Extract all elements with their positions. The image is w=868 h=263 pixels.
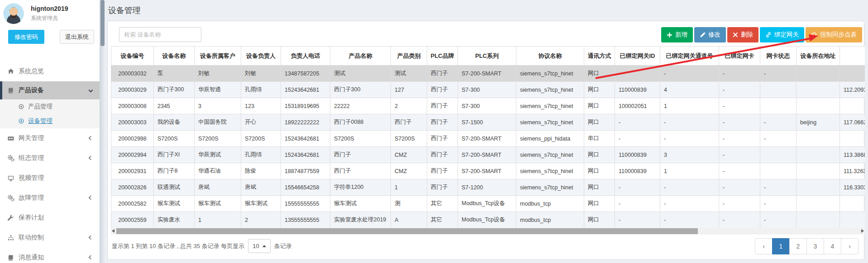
table-cell: S7200S <box>391 131 427 147</box>
delete-button[interactable]: 删除 <box>727 27 758 42</box>
force-sync-button[interactable]: 强制同步点表 <box>806 27 862 42</box>
sidebar-item-notification[interactable]: 消息通知 <box>0 248 100 263</box>
column-header: 产品名称 <box>330 47 391 66</box>
search-input[interactable] <box>119 27 201 42</box>
table-cell: - <box>719 131 760 147</box>
table-cell: 15243642681 <box>281 131 330 147</box>
sidebar-item-gateway[interactable]: 网关管理 <box>0 128 100 148</box>
sidebar-scrollbar[interactable] <box>100 0 105 263</box>
column-header: PLC系列 <box>458 47 516 66</box>
bind-gateway-button[interactable]: 绑定网关 <box>760 27 804 42</box>
table-row[interactable]: 200003029西门子300华辰智通孔雨绵15243642681西门子3001… <box>111 82 865 98</box>
sidebar-item-video[interactable]: 视频管理 <box>0 168 100 188</box>
chevron-down-icon <box>89 88 93 93</box>
table-cell: 唐斌 <box>195 179 241 196</box>
table-cell: siemens_s7tcp_hinet <box>516 98 584 114</box>
table-cell: CMZ <box>391 163 427 179</box>
wrench-icon <box>7 214 14 222</box>
table-row[interactable]: 200003032泵刘敏刘敏13487587205测试测试西门子S7-200-S… <box>111 66 865 82</box>
table-row[interactable]: 2000030082345312315318919695222222西门子S7-… <box>111 98 865 114</box>
table-row[interactable]: 200002582猴车测试猴车测试猴车测试15555555555猴车测试测其它M… <box>111 196 865 212</box>
sidebar-item-label: 组态管理 <box>19 154 44 162</box>
table-cell: 2 <box>391 98 427 114</box>
sidebar-item-configuration[interactable]: 组态管理 <box>0 148 100 168</box>
table-cell: 13487587205 <box>281 66 330 82</box>
prev-page-button[interactable]: ‹ <box>755 238 773 254</box>
table-cell: modbus_tcp <box>516 212 584 228</box>
column-header: 网卡状态 <box>760 47 796 66</box>
page-button-1[interactable]: 1 <box>772 238 790 254</box>
monitor-icon <box>7 174 14 182</box>
table-cell: 孔雨绵 <box>241 82 281 98</box>
page-button-2[interactable]: 2 <box>789 238 807 254</box>
change-password-button[interactable]: 修改密码 <box>8 30 44 44</box>
sidebar-item-linkage[interactable]: 联动控制 <box>0 228 100 248</box>
table-row[interactable]: 200002998S7200SS7200SS7200S15243642681S7… <box>111 131 865 147</box>
table-horizontal-scrollbar[interactable] <box>111 228 865 235</box>
add-button[interactable]: 新增 <box>661 27 693 42</box>
column-header: 设备所属客户 <box>195 47 241 66</box>
table-cell: - <box>615 114 660 131</box>
table-cell: 15318919695 <box>281 98 330 114</box>
gateway-icon <box>7 135 14 142</box>
scroll-right-arrow-icon[interactable] <box>861 229 864 233</box>
table-cell: - <box>660 131 719 147</box>
edit-button[interactable]: 修改 <box>694 27 726 42</box>
device-table-wrap: 设备编号设备名称设备所属客户设备负责人负责人电话产品名称产品类别PLC品牌PLC… <box>111 46 865 228</box>
column-header: 协议名称 <box>516 47 584 66</box>
table-row[interactable]: 200002826联通测试唐斌唐斌15546654258字符串12001西门子S… <box>111 179 865 196</box>
table-cell: 网口 <box>584 196 615 212</box>
button-label: 强制同步点表 <box>820 31 857 39</box>
table-cell: 网口 <box>584 147 615 163</box>
page-button-3[interactable]: 3 <box>806 238 824 254</box>
logout-button[interactable]: 退出系统 <box>60 30 94 44</box>
table-row[interactable]: 200002559实验废水1213555555555实验室废水处理2019A其它… <box>111 212 865 228</box>
page-size-select[interactable]: 10 <box>248 239 270 253</box>
table-cell: siemens_ppi_hidata <box>516 131 584 147</box>
table-cell: 实验室废水处理2019 <box>330 212 391 228</box>
table-cell: 西门子 <box>427 98 458 114</box>
table-cell: 117.0662 <box>840 114 865 131</box>
table-cell: - <box>615 131 660 147</box>
table-cell: - <box>719 212 760 228</box>
table-cell <box>796 98 840 114</box>
table-cell: 其它 <box>427 212 458 228</box>
sidebar-item-label: 视频管理 <box>19 174 44 182</box>
table-cell: - <box>660 114 719 131</box>
horizontal-scrollbar-thumb[interactable] <box>116 228 698 234</box>
table-cell: 猴车测试 <box>330 196 391 212</box>
table-cell: 中国国务院 <box>195 114 241 131</box>
table-row[interactable]: 200002994西门子XI华辰测试孔雨绵15243642681西门子CMZ西门… <box>111 147 865 163</box>
sidebar-item-label: 网关管理 <box>19 134 44 142</box>
circle-dot-icon <box>18 118 24 125</box>
table-cell: 2345 <box>154 98 195 114</box>
sidebar-item-overview[interactable]: 系统总览 <box>0 61 100 81</box>
cross-icon <box>733 32 738 38</box>
table-cell: 西门子8 <box>154 163 195 179</box>
sidebar-subitem-device-manage[interactable]: 设备管理 <box>0 114 100 128</box>
table-cell: 西门子 <box>330 147 391 163</box>
table-row[interactable]: 200002931西门子8华通石油陈俊18874877559西门子CMZ西门子S… <box>111 163 865 179</box>
next-page-button[interactable]: › <box>841 238 858 254</box>
sidebar-item-product-device[interactable]: 产品设备 <box>0 81 100 99</box>
sidebar-item-maintenance[interactable]: 保养计划 <box>0 208 100 228</box>
table-cell: 西门子 <box>427 114 458 131</box>
table-cell: Modbus_Tcp设备 <box>458 212 516 228</box>
table-cell: - <box>660 212 719 228</box>
toolbar-buttons: 新增修改删除绑定网关强制同步点表 <box>660 27 862 42</box>
scrollbar-thumb[interactable] <box>100 0 105 46</box>
table-cell: 刘敏 <box>241 66 281 82</box>
page-button-4[interactable]: 4 <box>824 238 841 254</box>
table-cell: - <box>719 196 760 212</box>
table-cell <box>760 82 796 98</box>
scroll-left-arrow-icon[interactable] <box>112 229 114 233</box>
table-cell: - <box>760 179 796 196</box>
table-cell: 200003003 <box>111 114 154 131</box>
sidebar-subitem-product-manage[interactable]: 产品管理 <box>0 99 100 114</box>
table-cell: - <box>719 98 760 114</box>
table-cell: 字符串1200 <box>330 179 391 196</box>
sidebar-item-fault[interactable]: 故障管理 <box>0 188 100 208</box>
table-row[interactable]: 200003003我的设备中国国务院开心18922222222西门子0088西门… <box>111 114 865 131</box>
sitemap-icon <box>7 234 14 242</box>
table-cell: - <box>615 179 660 196</box>
